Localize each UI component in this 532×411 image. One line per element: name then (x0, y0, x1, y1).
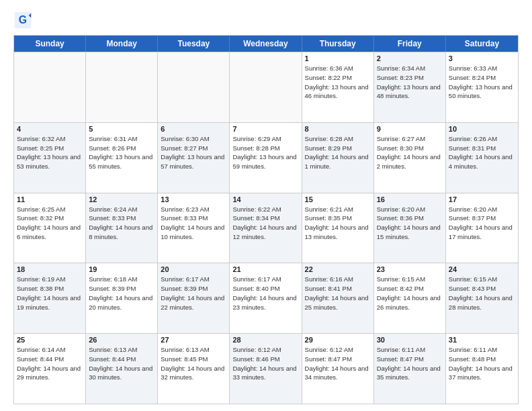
day-number: 12 (89, 195, 154, 203)
header-day-friday: Friday (374, 36, 446, 52)
cell-info: Sunrise: 6:19 AMSunset: 8:38 PMDaylight:… (17, 275, 83, 312)
day-number: 7 (232, 125, 298, 133)
calendar-row: 25Sunrise: 6:14 AMSunset: 8:44 PMDayligh… (14, 333, 518, 404)
cell-info: Sunrise: 6:14 AMSunset: 8:44 PMDaylight:… (17, 345, 83, 382)
day-number: 4 (17, 125, 83, 133)
day-number: 20 (161, 265, 226, 273)
calendar-cell: 20Sunrise: 6:17 AMSunset: 8:39 PMDayligh… (158, 263, 230, 333)
cell-info: Sunrise: 6:31 AMSunset: 8:26 PMDaylight:… (89, 134, 154, 171)
header-day-saturday: Saturday (446, 36, 518, 52)
cell-info: Sunrise: 6:25 AMSunset: 8:32 PMDaylight:… (17, 205, 83, 242)
day-number: 5 (89, 125, 154, 133)
calendar-cell: 10Sunrise: 6:26 AMSunset: 8:31 PMDayligh… (446, 123, 518, 193)
calendar-cell: 11Sunrise: 6:25 AMSunset: 8:32 PMDayligh… (14, 193, 86, 263)
calendar-cell: 7Sunrise: 6:29 AMSunset: 8:28 PMDaylight… (230, 123, 302, 193)
calendar-cell: 21Sunrise: 6:17 AMSunset: 8:40 PMDayligh… (230, 263, 302, 333)
calendar-row: 1Sunrise: 6:36 AMSunset: 8:22 PMDaylight… (14, 52, 518, 122)
calendar-cell: 15Sunrise: 6:21 AMSunset: 8:35 PMDayligh… (302, 193, 374, 263)
calendar-cell: 8Sunrise: 6:28 AMSunset: 8:29 PMDaylight… (302, 123, 374, 193)
cell-info: Sunrise: 6:28 AMSunset: 8:29 PMDaylight:… (305, 134, 371, 171)
calendar-cell: 31Sunrise: 6:11 AMSunset: 8:48 PMDayligh… (446, 334, 518, 404)
day-number: 22 (305, 265, 371, 273)
day-number: 9 (377, 125, 443, 133)
cell-info: Sunrise: 6:20 AMSunset: 8:37 PMDaylight:… (449, 205, 515, 242)
day-number: 30 (377, 336, 443, 344)
cell-info: Sunrise: 6:36 AMSunset: 8:22 PMDaylight:… (305, 64, 371, 101)
day-number: 23 (377, 265, 443, 273)
day-number: 1 (305, 54, 371, 62)
header-day-thursday: Thursday (302, 36, 374, 52)
day-number: 10 (449, 125, 515, 133)
cell-info: Sunrise: 6:11 AMSunset: 8:48 PMDaylight:… (449, 345, 515, 382)
cell-info: Sunrise: 6:32 AMSunset: 8:25 PMDaylight:… (17, 134, 83, 171)
calendar-body: 1Sunrise: 6:36 AMSunset: 8:22 PMDaylight… (14, 52, 518, 404)
day-number: 8 (305, 125, 371, 133)
cell-info: Sunrise: 6:16 AMSunset: 8:41 PMDaylight:… (305, 275, 371, 312)
day-number: 19 (89, 265, 154, 273)
day-number: 13 (161, 195, 226, 203)
day-number: 31 (449, 336, 515, 344)
calendar-cell (86, 52, 158, 122)
calendar-row: 4Sunrise: 6:32 AMSunset: 8:25 PMDaylight… (14, 122, 518, 193)
cell-info: Sunrise: 6:15 AMSunset: 8:43 PMDaylight:… (449, 275, 515, 312)
calendar-cell (158, 52, 230, 122)
cell-info: Sunrise: 6:13 AMSunset: 8:45 PMDaylight:… (161, 345, 226, 382)
calendar-cell: 16Sunrise: 6:20 AMSunset: 8:36 PMDayligh… (374, 193, 446, 263)
cell-info: Sunrise: 6:29 AMSunset: 8:28 PMDaylight:… (232, 134, 298, 171)
cell-info: Sunrise: 6:26 AMSunset: 8:31 PMDaylight:… (449, 134, 515, 171)
calendar-cell: 14Sunrise: 6:22 AMSunset: 8:34 PMDayligh… (230, 193, 302, 263)
cell-info: Sunrise: 6:20 AMSunset: 8:36 PMDaylight:… (377, 205, 443, 242)
cell-info: Sunrise: 6:27 AMSunset: 8:30 PMDaylight:… (377, 134, 443, 171)
calendar-cell: 23Sunrise: 6:15 AMSunset: 8:42 PMDayligh… (374, 263, 446, 333)
day-number: 26 (89, 336, 154, 344)
cell-info: Sunrise: 6:17 AMSunset: 8:39 PMDaylight:… (161, 275, 226, 312)
cell-info: Sunrise: 6:22 AMSunset: 8:34 PMDaylight:… (232, 205, 298, 242)
cell-info: Sunrise: 6:11 AMSunset: 8:47 PMDaylight:… (377, 345, 443, 382)
calendar-header: SundayMondayTuesdayWednesdayThursdayFrid… (14, 36, 518, 52)
calendar-cell: 24Sunrise: 6:15 AMSunset: 8:43 PMDayligh… (446, 263, 518, 333)
calendar-cell: 17Sunrise: 6:20 AMSunset: 8:37 PMDayligh… (446, 193, 518, 263)
cell-info: Sunrise: 6:18 AMSunset: 8:39 PMDaylight:… (89, 275, 154, 312)
cell-info: Sunrise: 6:12 AMSunset: 8:46 PMDaylight:… (232, 345, 298, 382)
day-number: 11 (17, 195, 83, 203)
day-number: 3 (449, 54, 515, 62)
calendar-cell: 13Sunrise: 6:23 AMSunset: 8:33 PMDayligh… (158, 193, 230, 263)
page: G SundayMondayTuesdayWednesdayThursdayFr… (0, 0, 532, 411)
cell-info: Sunrise: 6:24 AMSunset: 8:33 PMDaylight:… (89, 205, 154, 242)
calendar-cell: 27Sunrise: 6:13 AMSunset: 8:45 PMDayligh… (158, 334, 230, 404)
calendar-cell: 6Sunrise: 6:30 AMSunset: 8:27 PMDaylight… (158, 123, 230, 193)
calendar-cell: 12Sunrise: 6:24 AMSunset: 8:33 PMDayligh… (86, 193, 158, 263)
day-number: 2 (377, 54, 443, 62)
header-day-wednesday: Wednesday (230, 36, 302, 52)
header: G (13, 11, 519, 30)
calendar: SundayMondayTuesdayWednesdayThursdayFrid… (13, 35, 519, 404)
cell-info: Sunrise: 6:15 AMSunset: 8:42 PMDaylight:… (377, 275, 443, 312)
cell-info: Sunrise: 6:13 AMSunset: 8:44 PMDaylight:… (89, 345, 154, 382)
cell-info: Sunrise: 6:12 AMSunset: 8:47 PMDaylight:… (305, 345, 371, 382)
calendar-cell: 28Sunrise: 6:12 AMSunset: 8:46 PMDayligh… (230, 334, 302, 404)
calendar-cell: 9Sunrise: 6:27 AMSunset: 8:30 PMDaylight… (374, 123, 446, 193)
day-number: 25 (17, 336, 83, 344)
calendar-cell: 19Sunrise: 6:18 AMSunset: 8:39 PMDayligh… (86, 263, 158, 333)
cell-info: Sunrise: 6:17 AMSunset: 8:40 PMDaylight:… (232, 275, 298, 312)
day-number: 18 (17, 265, 83, 273)
day-number: 16 (377, 195, 443, 203)
day-number: 27 (161, 336, 226, 344)
cell-info: Sunrise: 6:33 AMSunset: 8:24 PMDaylight:… (449, 64, 515, 101)
logo-icon: G (13, 11, 32, 30)
header-day-monday: Monday (86, 36, 158, 52)
calendar-cell: 5Sunrise: 6:31 AMSunset: 8:26 PMDaylight… (86, 123, 158, 193)
logo: G (13, 11, 35, 30)
cell-info: Sunrise: 6:30 AMSunset: 8:27 PMDaylight:… (161, 134, 226, 171)
calendar-row: 18Sunrise: 6:19 AMSunset: 8:38 PMDayligh… (14, 263, 518, 333)
day-number: 15 (305, 195, 371, 203)
day-number: 28 (232, 336, 298, 344)
calendar-cell: 4Sunrise: 6:32 AMSunset: 8:25 PMDaylight… (14, 123, 86, 193)
calendar-cell: 29Sunrise: 6:12 AMSunset: 8:47 PMDayligh… (302, 334, 374, 404)
cell-info: Sunrise: 6:23 AMSunset: 8:33 PMDaylight:… (161, 205, 226, 242)
calendar-cell (230, 52, 302, 122)
cell-info: Sunrise: 6:34 AMSunset: 8:23 PMDaylight:… (377, 64, 443, 101)
calendar-cell: 30Sunrise: 6:11 AMSunset: 8:47 PMDayligh… (374, 334, 446, 404)
calendar-cell: 22Sunrise: 6:16 AMSunset: 8:41 PMDayligh… (302, 263, 374, 333)
calendar-cell: 3Sunrise: 6:33 AMSunset: 8:24 PMDaylight… (446, 52, 518, 122)
